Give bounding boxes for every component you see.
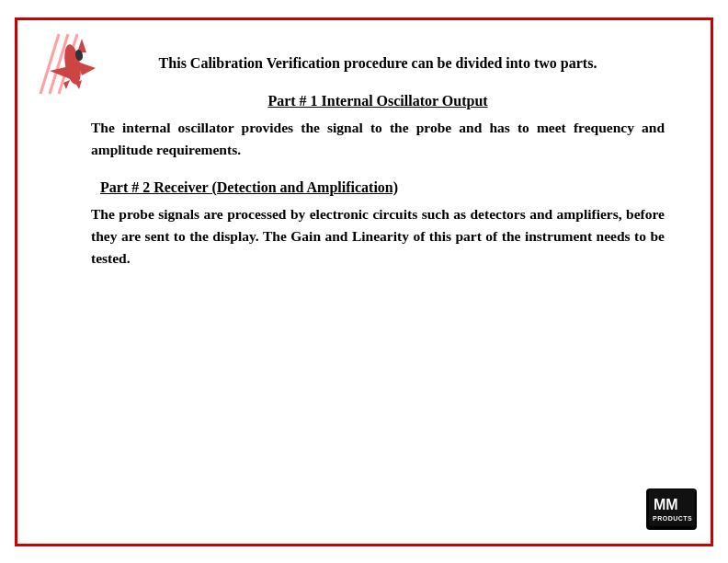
part2-body: The probe signals are processed by elect… <box>91 203 665 270</box>
part1-body: The internal oscillator provides the sig… <box>91 117 665 161</box>
mm-products-logo: MM PRODUCTS <box>646 488 697 530</box>
svg-line-0 <box>40 34 59 94</box>
svg-marker-7 <box>63 80 70 89</box>
svg-text:MM: MM <box>654 497 678 512</box>
svg-text:PRODUCTS: PRODUCTS <box>653 515 692 522</box>
content-area: This Calibration Verification procedure … <box>91 52 665 270</box>
intro-text: This Calibration Verification procedure … <box>91 52 665 75</box>
part2-heading: Part # 2 Receiver (Detection and Amplifi… <box>100 179 665 196</box>
main-container: This Calibration Verification procedure … <box>15 17 713 546</box>
mm-logo-text: MM PRODUCTS <box>649 489 695 528</box>
part1-heading: Part # 1 Internal Oscillator Output <box>91 93 665 109</box>
jet-logo <box>31 29 105 98</box>
